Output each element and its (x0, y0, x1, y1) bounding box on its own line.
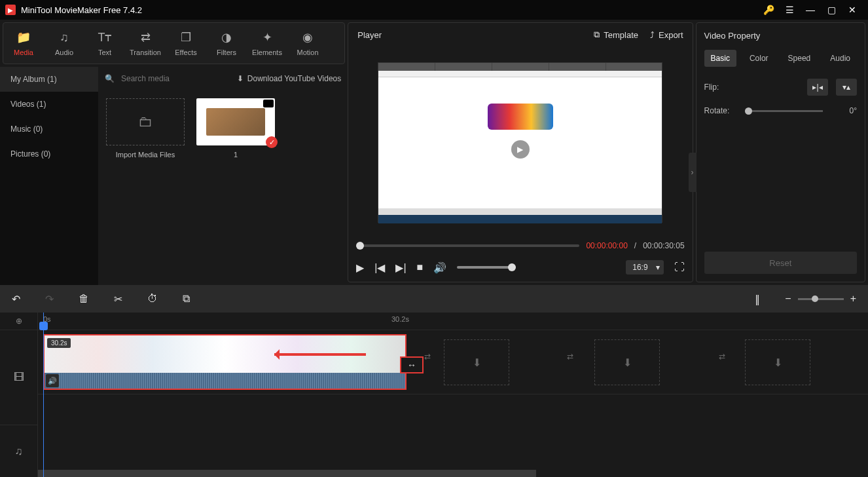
play-overlay-icon: ▶ (511, 140, 530, 159)
download-icon: ⬇ (237, 74, 244, 83)
license-key-icon[interactable]: 🔑 (758, 2, 779, 18)
text-icon: Tᴛ (98, 30, 112, 45)
property-title: Video Property (704, 31, 857, 41)
search-input[interactable] (118, 71, 233, 86)
tool-audio[interactable]: ♫Audio (44, 23, 84, 64)
scrub-bar[interactable] (356, 244, 579, 247)
timeline-ruler[interactable]: 0s 30.2s (38, 313, 868, 330)
fit-button[interactable]: ‖ (755, 293, 760, 305)
export-icon: ⤴ (650, 30, 655, 40)
export-button[interactable]: ⤴Export (650, 30, 683, 40)
clip-placeholder[interactable]: ⬇ (594, 339, 660, 385)
tool-media[interactable]: 📁Media (3, 23, 44, 64)
delete-button[interactable]: 🗑 (79, 293, 89, 305)
add-track-button[interactable]: ⊕ (0, 313, 37, 330)
prev-frame-button[interactable]: |◀ (374, 261, 385, 274)
redo-button[interactable]: ↷ (45, 293, 54, 305)
zoom-slider[interactable] (798, 298, 844, 300)
stop-button[interactable]: ■ (417, 261, 424, 273)
rotate-slider[interactable] (745, 110, 823, 112)
panel-expand-handle[interactable]: › (689, 153, 696, 192)
audio-track-header[interactable]: ♫ (0, 425, 37, 477)
reset-button[interactable]: Reset (704, 252, 857, 274)
video-preview[interactable]: ▶ (378, 62, 662, 223)
motion-icon: ◉ (302, 30, 313, 45)
media-clip-card[interactable]: ✓ 1 (196, 98, 275, 159)
template-icon: ⧉ (594, 29, 600, 40)
tool-effects[interactable]: ❐Effects (166, 23, 206, 64)
clip-trim-handle[interactable]: ↔ (400, 356, 424, 373)
app-logo: ▶ (5, 5, 16, 15)
tool-text[interactable]: TᴛText (84, 23, 125, 64)
album-videos[interactable]: Videos (1) (0, 92, 98, 117)
tab-color[interactable]: Color (743, 50, 775, 67)
elements-icon: ✦ (262, 30, 272, 45)
clip-placeholder[interactable]: ⬇ (444, 339, 509, 385)
clip-audio-icon[interactable]: 🔊 (46, 374, 59, 387)
main-toolbar: 📁Media ♫Audio TᴛText ⇄Transition ❐Effect… (3, 22, 345, 64)
zoom-out-button[interactable]: − (785, 293, 791, 305)
flip-horizontal-button[interactable]: ▸|◂ (807, 79, 828, 96)
album-sidebar: My Album (1) Videos (1) Music (0) Pictur… (0, 67, 98, 285)
audio-waveform (59, 373, 405, 389)
next-frame-button[interactable]: ▶| (395, 261, 406, 274)
titlebar: ▶ MiniTool MovieMaker Free 7.4.2 🔑 ☰ — ▢… (0, 0, 868, 20)
split-button[interactable]: ✂ (114, 293, 122, 305)
play-button[interactable]: ▶ (356, 261, 364, 274)
tab-speed[interactable]: Speed (782, 50, 818, 67)
video-badge-icon (263, 100, 274, 107)
folder-icon: 📁 (16, 30, 31, 45)
album-music[interactable]: Music (0) (0, 117, 98, 142)
timeline-toolbar: ↶ ↷ 🗑 ✂ ⏱ ⧉ ‖ − + (0, 285, 868, 313)
undo-button[interactable]: ↶ (12, 293, 20, 305)
tab-audio[interactable]: Audio (823, 50, 857, 67)
left-panel: 📁Media ♫Audio TᴛText ⇄Transition ❐Effect… (0, 20, 348, 285)
filters-icon: ◑ (221, 30, 232, 45)
maximize-button[interactable]: ▢ (821, 2, 842, 18)
check-icon: ✓ (266, 136, 278, 148)
playhead[interactable] (43, 313, 44, 477)
clip-duration-badge: 30.2s (47, 338, 71, 348)
minimize-button[interactable]: — (800, 2, 821, 18)
player-title: Player (357, 30, 382, 40)
music-icon: ♫ (60, 31, 69, 45)
rotate-value: 0° (831, 106, 857, 115)
player-panel: Player ⧉Template ⤴Export ▶ 00:00:00:00 /… (348, 22, 693, 282)
volume-icon[interactable]: 🔊 (433, 261, 446, 274)
search-icon: 🔍 (105, 74, 115, 83)
menu-icon[interactable]: ☰ (779, 2, 800, 18)
tool-filters[interactable]: ◑Filters (206, 23, 247, 64)
video-track[interactable]: 30.2s 🔊 ↔ ⇄ ⬇ ⇄ ⬇ ⇄ ⬇ (38, 330, 868, 394)
video-track-header[interactable]: 🎞 (0, 330, 37, 425)
album-pictures[interactable]: Pictures (0) (0, 142, 98, 166)
audio-track[interactable] (38, 394, 868, 446)
folder-open-icon: 🗀 (138, 113, 153, 130)
album-my-album[interactable]: My Album (1) (0, 67, 98, 92)
fullscreen-button[interactable]: ⛶ (674, 261, 685, 273)
zoom-in-button[interactable]: + (850, 293, 856, 305)
rotate-label: Rotate: (704, 106, 737, 115)
template-button[interactable]: ⧉Template (594, 29, 638, 40)
download-youtube-button[interactable]: ⬇Download YouTube Videos (237, 74, 341, 83)
media-area: 🔍 ⬇Download YouTube Videos 🗀 Import Medi… (98, 67, 348, 285)
timeline-scrollbar[interactable] (38, 470, 868, 477)
transition-icon: ⇄ (141, 30, 151, 45)
aspect-ratio-select[interactable]: 16:9 (626, 260, 663, 275)
import-media-card[interactable]: 🗀 Import Media Files (106, 98, 185, 159)
tab-basic[interactable]: Basic (704, 50, 736, 67)
tool-transition[interactable]: ⇄Transition (125, 23, 166, 64)
tool-motion[interactable]: ◉Motion (287, 23, 328, 64)
volume-slider[interactable] (457, 266, 516, 269)
crop-button[interactable]: ⧉ (183, 293, 190, 305)
speed-button[interactable]: ⏱ (147, 293, 158, 305)
property-panel: › Video Property Basic Color Speed Audio… (696, 22, 865, 282)
clip-placeholder[interactable]: ⬇ (745, 339, 810, 385)
app-title: MiniTool MovieMaker Free 7.4.2 (21, 5, 142, 15)
time-separator: / (634, 241, 636, 250)
video-clip[interactable]: 30.2s 🔊 ↔ (43, 334, 407, 390)
total-time: 00:00:30:05 (643, 241, 684, 250)
trim-arrow-annotation (274, 353, 366, 356)
tool-elements[interactable]: ✦Elements (247, 23, 287, 64)
close-button[interactable]: ✕ (842, 2, 863, 18)
flip-vertical-button[interactable]: ▾▴ (836, 79, 857, 96)
